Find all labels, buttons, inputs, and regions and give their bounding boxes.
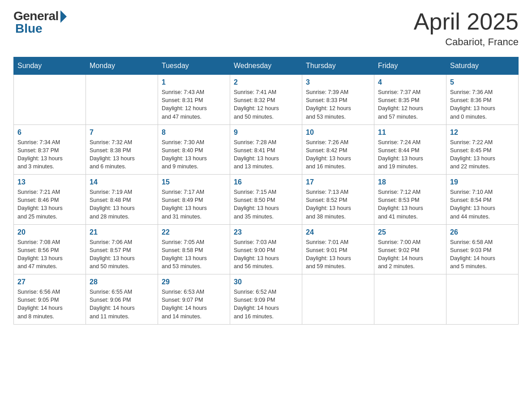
day-info: Sunrise: 7:28 AM Sunset: 8:41 PM Dayligh…: [234, 138, 298, 171]
day-number: 24: [306, 228, 370, 236]
logo-arrow-icon: [60, 10, 67, 23]
calendar-week-row: 27Sunrise: 6:56 AM Sunset: 9:05 PM Dayli…: [14, 274, 519, 325]
day-info: Sunrise: 7:26 AM Sunset: 8:42 PM Dayligh…: [306, 138, 370, 171]
calendar-cell: 17Sunrise: 7:13 AM Sunset: 8:52 PM Dayli…: [302, 175, 374, 225]
day-info: Sunrise: 7:22 AM Sunset: 8:45 PM Dayligh…: [450, 138, 515, 171]
calendar-week-row: 1Sunrise: 7:43 AM Sunset: 8:31 PM Daylig…: [14, 75, 519, 125]
calendar-cell: 3Sunrise: 7:39 AM Sunset: 8:33 PM Daylig…: [302, 75, 374, 125]
day-number: 13: [17, 178, 82, 186]
calendar-cell: 14Sunrise: 7:19 AM Sunset: 8:48 PM Dayli…: [86, 175, 158, 225]
calendar-cell: 10Sunrise: 7:26 AM Sunset: 8:42 PM Dayli…: [302, 124, 374, 175]
day-info: Sunrise: 6:52 AM Sunset: 9:09 PM Dayligh…: [234, 288, 298, 321]
day-info: Sunrise: 7:36 AM Sunset: 8:36 PM Dayligh…: [450, 88, 515, 121]
day-info: Sunrise: 7:32 AM Sunset: 8:38 PM Dayligh…: [90, 138, 154, 171]
calendar-cell: 9Sunrise: 7:28 AM Sunset: 8:41 PM Daylig…: [230, 124, 302, 175]
calendar-cell: [446, 274, 519, 325]
day-of-week-header: Wednesday: [230, 57, 302, 75]
day-number: 10: [306, 128, 370, 137]
day-number: 16: [234, 178, 298, 186]
calendar-cell: 29Sunrise: 6:53 AM Sunset: 9:07 PM Dayli…: [158, 274, 230, 325]
day-info: Sunrise: 7:21 AM Sunset: 8:46 PM Dayligh…: [17, 188, 82, 221]
day-info: Sunrise: 7:41 AM Sunset: 8:32 PM Dayligh…: [234, 88, 298, 121]
day-info: Sunrise: 7:00 AM Sunset: 9:02 PM Dayligh…: [378, 238, 442, 271]
day-info: Sunrise: 7:17 AM Sunset: 8:49 PM Dayligh…: [162, 188, 226, 221]
calendar-cell: 15Sunrise: 7:17 AM Sunset: 8:49 PM Dayli…: [158, 175, 230, 225]
calendar-cell: 16Sunrise: 7:15 AM Sunset: 8:50 PM Dayli…: [230, 175, 302, 225]
calendar-cell: 24Sunrise: 7:01 AM Sunset: 9:01 PM Dayli…: [302, 224, 374, 274]
day-number: 1: [162, 78, 226, 86]
day-of-week-header: Saturday: [446, 57, 519, 75]
day-number: 23: [234, 228, 298, 236]
calendar-cell: 13Sunrise: 7:21 AM Sunset: 8:46 PM Dayli…: [14, 175, 86, 225]
calendar-cell: 8Sunrise: 7:30 AM Sunset: 8:40 PM Daylig…: [158, 124, 230, 175]
calendar-cell: 5Sunrise: 7:36 AM Sunset: 8:36 PM Daylig…: [446, 75, 519, 125]
calendar-cell: 1Sunrise: 7:43 AM Sunset: 8:31 PM Daylig…: [158, 75, 230, 125]
day-number: 3: [306, 78, 370, 86]
day-number: 15: [162, 178, 226, 186]
calendar-cell: 12Sunrise: 7:22 AM Sunset: 8:45 PM Dayli…: [446, 124, 519, 175]
day-info: Sunrise: 7:06 AM Sunset: 8:57 PM Dayligh…: [90, 238, 154, 271]
calendar-header-row: SundayMondayTuesdayWednesdayThursdayFrid…: [14, 57, 519, 75]
calendar-cell: 11Sunrise: 7:24 AM Sunset: 8:44 PM Dayli…: [374, 124, 446, 175]
calendar-cell: [14, 75, 86, 125]
day-info: Sunrise: 6:58 AM Sunset: 9:03 PM Dayligh…: [450, 238, 515, 271]
day-info: Sunrise: 7:30 AM Sunset: 8:40 PM Dayligh…: [162, 138, 226, 171]
month-title: April 2025: [414, 9, 519, 34]
calendar-cell: 26Sunrise: 6:58 AM Sunset: 9:03 PM Dayli…: [446, 224, 519, 274]
day-info: Sunrise: 7:12 AM Sunset: 8:53 PM Dayligh…: [378, 188, 442, 221]
title-section: April 2025 Cabariot, France: [414, 9, 519, 48]
day-info: Sunrise: 6:55 AM Sunset: 9:06 PM Dayligh…: [90, 288, 154, 321]
day-info: Sunrise: 7:15 AM Sunset: 8:50 PM Dayligh…: [234, 188, 298, 221]
day-of-week-header: Thursday: [302, 57, 374, 75]
day-info: Sunrise: 7:10 AM Sunset: 8:54 PM Dayligh…: [450, 188, 515, 221]
calendar-cell: 6Sunrise: 7:34 AM Sunset: 8:37 PM Daylig…: [14, 124, 86, 175]
day-info: Sunrise: 7:43 AM Sunset: 8:31 PM Dayligh…: [162, 88, 226, 121]
calendar-week-row: 20Sunrise: 7:08 AM Sunset: 8:56 PM Dayli…: [14, 224, 519, 274]
day-number: 29: [162, 278, 226, 286]
day-number: 27: [17, 278, 82, 286]
calendar-cell: 30Sunrise: 6:52 AM Sunset: 9:09 PM Dayli…: [230, 274, 302, 325]
calendar-cell: 27Sunrise: 6:56 AM Sunset: 9:05 PM Dayli…: [14, 274, 86, 325]
calendar-cell: 7Sunrise: 7:32 AM Sunset: 8:38 PM Daylig…: [86, 124, 158, 175]
day-info: Sunrise: 6:56 AM Sunset: 9:05 PM Dayligh…: [17, 288, 82, 321]
calendar-week-row: 13Sunrise: 7:21 AM Sunset: 8:46 PM Dayli…: [14, 175, 519, 225]
day-info: Sunrise: 7:03 AM Sunset: 9:00 PM Dayligh…: [234, 238, 298, 271]
calendar-week-row: 6Sunrise: 7:34 AM Sunset: 8:37 PM Daylig…: [14, 124, 519, 175]
day-info: Sunrise: 7:24 AM Sunset: 8:44 PM Dayligh…: [378, 138, 442, 171]
logo-blue-text: Blue: [13, 21, 43, 36]
day-info: Sunrise: 7:39 AM Sunset: 8:33 PM Dayligh…: [306, 88, 370, 121]
day-info: Sunrise: 7:19 AM Sunset: 8:48 PM Dayligh…: [90, 188, 154, 221]
day-number: 30: [234, 278, 298, 286]
calendar-cell: [374, 274, 446, 325]
day-number: 28: [90, 278, 154, 286]
calendar-cell: 25Sunrise: 7:00 AM Sunset: 9:02 PM Dayli…: [374, 224, 446, 274]
day-number: 12: [450, 128, 515, 137]
day-info: Sunrise: 6:53 AM Sunset: 9:07 PM Dayligh…: [162, 288, 226, 321]
calendar-cell: 18Sunrise: 7:12 AM Sunset: 8:53 PM Dayli…: [374, 175, 446, 225]
calendar-cell: 23Sunrise: 7:03 AM Sunset: 9:00 PM Dayli…: [230, 224, 302, 274]
day-number: 18: [378, 178, 442, 186]
logo: General Blue: [13, 9, 67, 36]
location: Cabariot, France: [414, 36, 519, 48]
day-of-week-header: Tuesday: [158, 57, 230, 75]
day-of-week-header: Sunday: [14, 57, 86, 75]
day-of-week-header: Monday: [86, 57, 158, 75]
calendar-table: SundayMondayTuesdayWednesdayThursdayFrid…: [13, 57, 519, 325]
day-number: 14: [90, 178, 154, 186]
calendar-cell: 2Sunrise: 7:41 AM Sunset: 8:32 PM Daylig…: [230, 75, 302, 125]
day-number: 8: [162, 128, 226, 137]
calendar-cell: 19Sunrise: 7:10 AM Sunset: 8:54 PM Dayli…: [446, 175, 519, 225]
day-info: Sunrise: 7:37 AM Sunset: 8:35 PM Dayligh…: [378, 88, 442, 121]
day-number: 2: [234, 78, 298, 86]
day-number: 26: [450, 228, 515, 236]
calendar-cell: 28Sunrise: 6:55 AM Sunset: 9:06 PM Dayli…: [86, 274, 158, 325]
page-header: General Blue April 2025 Cabariot, France: [13, 9, 519, 48]
day-info: Sunrise: 7:13 AM Sunset: 8:52 PM Dayligh…: [306, 188, 370, 221]
day-info: Sunrise: 7:01 AM Sunset: 9:01 PM Dayligh…: [306, 238, 370, 271]
day-info: Sunrise: 7:08 AM Sunset: 8:56 PM Dayligh…: [17, 238, 82, 271]
day-number: 19: [450, 178, 515, 186]
calendar-cell: 20Sunrise: 7:08 AM Sunset: 8:56 PM Dayli…: [14, 224, 86, 274]
day-info: Sunrise: 7:34 AM Sunset: 8:37 PM Dayligh…: [17, 138, 82, 171]
day-number: 21: [90, 228, 154, 236]
day-number: 4: [378, 78, 442, 86]
